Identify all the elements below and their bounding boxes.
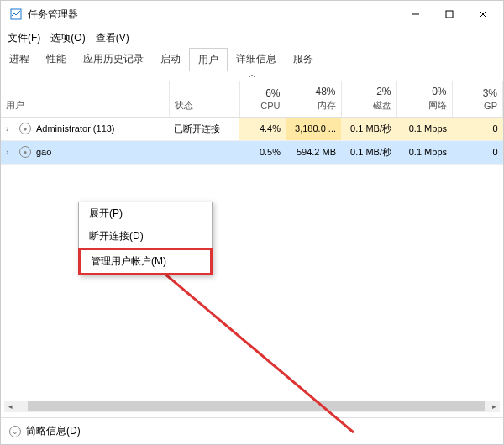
chevron-right-icon[interactable]: › bbox=[6, 124, 14, 134]
ctx-disconnect[interactable]: 断开连接(D) bbox=[79, 225, 212, 248]
col-user-label: 用户 bbox=[6, 100, 24, 110]
col-mem-lbl: 内存 bbox=[291, 99, 336, 112]
scrollbar-thumb[interactable] bbox=[28, 401, 485, 411]
col-gpu-pct: 3% bbox=[458, 87, 498, 99]
col-gpu-lbl: GP bbox=[458, 101, 498, 111]
col-disk-lbl: 磁盘 bbox=[347, 99, 391, 112]
minimize-button[interactable] bbox=[399, 2, 433, 27]
tab-performance[interactable]: 性能 bbox=[38, 48, 75, 71]
col-cpu[interactable]: 6%CPU bbox=[239, 81, 286, 117]
context-menu: 展开(P) 断开连接(D) 管理用户帐户(M) bbox=[78, 202, 213, 275]
user-name-label: Administrator (113) bbox=[36, 123, 115, 134]
tab-app-history[interactable]: 应用历史记录 bbox=[75, 48, 152, 71]
col-gpu[interactable]: 3%GP bbox=[452, 81, 503, 117]
horizontal-scrollbar[interactable]: ◂ ▸ bbox=[4, 400, 500, 412]
maximize-button[interactable] bbox=[433, 2, 466, 27]
table-header-row: 用户 状态 6%CPU 48%内存 2%磁盘 0%网络 3%GP bbox=[1, 81, 503, 117]
col-user[interactable]: 用户 bbox=[1, 81, 169, 117]
cell-network: 0.1 Mbps bbox=[396, 140, 452, 164]
cell-disk: 0.1 MB/秒 bbox=[341, 117, 396, 140]
brief-info-label[interactable]: 简略信息(D) bbox=[26, 424, 81, 438]
ctx-expand[interactable]: 展开(P) bbox=[79, 202, 212, 225]
col-status-label: 状态 bbox=[175, 100, 193, 110]
cell-memory: 3,180.0 ... bbox=[286, 117, 341, 140]
table-row[interactable]: › ● Administrator (113) 已断开连接 4.4% 3,180… bbox=[1, 117, 503, 140]
content-area: 用户 状态 6%CPU 48%内存 2%磁盘 0%网络 3%GP › ● Adm… bbox=[1, 71, 503, 444]
col-status[interactable]: 状态 bbox=[169, 81, 239, 117]
cell-disk: 0.1 MB/秒 bbox=[341, 140, 396, 164]
cell-gpu: 0 bbox=[452, 140, 503, 164]
col-disk-pct: 2% bbox=[347, 86, 391, 97]
table-row[interactable]: › ● gao 0.5% 594.2 MB 0.1 MB/秒 0.1 Mbps … bbox=[1, 140, 503, 164]
collapse-header[interactable] bbox=[1, 71, 503, 81]
scroll-right-button[interactable]: ▸ bbox=[488, 400, 500, 412]
task-manager-window: 任务管理器 文件(F) 选项(O) 查看(V) 进程 性能 应用历史记录 启动 … bbox=[0, 0, 504, 445]
cell-user: › ● gao bbox=[1, 140, 169, 164]
col-cpu-lbl: CPU bbox=[245, 101, 281, 111]
col-net-lbl: 网络 bbox=[402, 99, 447, 112]
tab-strip: 进程 性能 应用历史记录 启动 用户 详细信息 服务 bbox=[1, 48, 503, 71]
tab-services[interactable]: 服务 bbox=[285, 48, 322, 71]
cell-gpu: 0 bbox=[452, 117, 503, 140]
cell-status bbox=[169, 140, 239, 164]
chevron-down-circle-icon[interactable]: ⌄ bbox=[9, 426, 21, 437]
chevron-right-icon[interactable]: › bbox=[6, 148, 14, 157]
footer-bar: ⌄ 简略信息(D) bbox=[1, 417, 503, 444]
tab-startup[interactable]: 启动 bbox=[152, 48, 189, 71]
close-button[interactable] bbox=[466, 2, 500, 27]
user-icon: ● bbox=[19, 123, 31, 134]
svg-rect-2 bbox=[446, 11, 453, 18]
col-mem-pct: 48% bbox=[291, 86, 336, 97]
svg-rect-0 bbox=[11, 9, 21, 19]
cell-network: 0.1 Mbps bbox=[396, 117, 452, 140]
cell-status: 已断开连接 bbox=[169, 117, 239, 140]
users-table: 用户 状态 6%CPU 48%内存 2%磁盘 0%网络 3%GP › ● Adm… bbox=[1, 81, 503, 165]
tab-users[interactable]: 用户 bbox=[189, 48, 228, 71]
window-title: 任务管理器 bbox=[28, 8, 78, 22]
scroll-left-button[interactable]: ◂ bbox=[4, 400, 16, 412]
cell-cpu: 0.5% bbox=[239, 140, 286, 164]
col-disk[interactable]: 2%磁盘 bbox=[341, 81, 396, 117]
app-icon bbox=[9, 8, 23, 21]
user-name-label: gao bbox=[36, 147, 51, 157]
col-cpu-pct: 6% bbox=[245, 87, 281, 99]
user-icon: ● bbox=[19, 146, 31, 158]
chevron-up-icon bbox=[248, 74, 256, 79]
ctx-manage-user[interactable]: 管理用户帐户(M) bbox=[78, 248, 213, 275]
menu-file[interactable]: 文件(F) bbox=[8, 31, 40, 45]
cell-memory: 594.2 MB bbox=[286, 140, 341, 164]
window-controls bbox=[399, 2, 500, 27]
col-net-pct: 0% bbox=[402, 86, 447, 97]
cell-user: › ● Administrator (113) bbox=[1, 117, 169, 140]
titlebar: 任务管理器 bbox=[1, 1, 503, 28]
annotation-arrow bbox=[127, 248, 379, 444]
menubar: 文件(F) 选项(O) 查看(V) bbox=[1, 28, 503, 48]
menu-options[interactable]: 选项(O) bbox=[50, 31, 85, 45]
scrollbar-track[interactable] bbox=[16, 400, 488, 412]
col-memory[interactable]: 48%内存 bbox=[286, 81, 341, 117]
menu-view[interactable]: 查看(V) bbox=[96, 31, 129, 45]
cell-cpu: 4.4% bbox=[239, 117, 286, 140]
col-network[interactable]: 0%网络 bbox=[396, 81, 452, 117]
tab-details[interactable]: 详细信息 bbox=[228, 48, 285, 71]
tab-processes[interactable]: 进程 bbox=[1, 48, 38, 71]
